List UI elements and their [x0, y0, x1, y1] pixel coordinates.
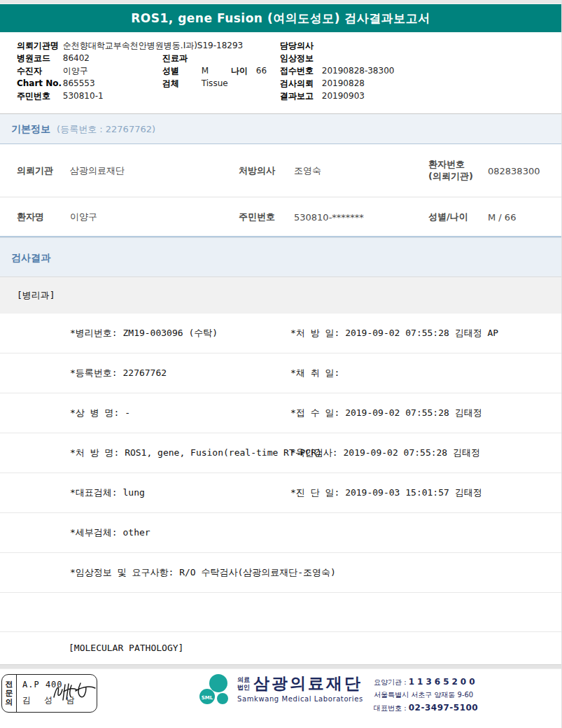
- tel-number: 02-3497-5100: [409, 703, 478, 713]
- physician-value: 조영숙: [294, 164, 321, 177]
- patient-row-2: 환자명 이양구 주민번호 530810-******* 성별/나이 M / 66: [0, 197, 561, 236]
- request-date-label: 검사의뢰: [280, 77, 319, 90]
- receipt-no-label: 접수번호: [280, 64, 319, 77]
- examinee-label: 수진자: [17, 64, 60, 77]
- sex-value: M: [202, 66, 209, 76]
- clinical-info-request: *임상정보 및 요구사항: R/O 수탁검사(삼광의료재단-조영숙): [70, 566, 336, 579]
- patient-row-1: 의뢰기관 삼광의료재단 처방의사 조영숙 환자번호 (의뢰기관) 0828383…: [0, 144, 561, 197]
- rrn-value: 530810-1: [63, 91, 104, 101]
- disease-name: *상 병 명: -: [70, 407, 290, 419]
- requesting-org-label: 의뢰기관: [17, 164, 53, 177]
- report-title: ROS1, gene Fusion (여의도성모) 검사결과보고서: [131, 11, 430, 25]
- footer: 전문의 A.P 400 김 성 남 SML 의료: [0, 669, 561, 719]
- signature-icon: [50, 679, 97, 704]
- sex-label: 성별: [162, 64, 199, 77]
- request-date-value: 20190828: [322, 78, 365, 88]
- department-name: [병리과]: [17, 290, 55, 300]
- org-name-value: 순천향대학교부속천안병원병동.I과)S19-18293: [63, 41, 243, 50]
- specialist-role: 전문의: [2, 675, 17, 712]
- tel-label: 대표번호 :: [374, 704, 407, 712]
- collection-date: *채 취 일:: [290, 367, 339, 379]
- result-row-7: *임상정보 및 요구사항: R/O 수탁검사(삼광의료재단-조영숙): [0, 553, 561, 593]
- id-row-rrn: 주민번호 530810-1: [17, 90, 243, 102]
- result-row-2: *등록번호: 22767762 *채 취 일:: [0, 354, 561, 393]
- patient-name-value: 이양구: [70, 211, 97, 223]
- specimen-label: 검체: [162, 77, 199, 90]
- report-date-value: 20190903: [322, 91, 365, 101]
- molecular-pathology-header: [MOLECULAR PATHOLOGY]: [69, 643, 183, 653]
- org-type: 의료 법인: [237, 676, 250, 691]
- detailed-specimen: *세부검체: other: [70, 526, 290, 539]
- basic-info-title: 기본정보: [11, 123, 50, 134]
- org-name-english: Samkwang Medical Laboratories: [237, 695, 363, 703]
- id-row-sex-age: 성별 M 나이 66: [162, 64, 267, 77]
- result-row-6: *세부검체: other: [0, 513, 561, 553]
- care-org-label: 요양기관 :: [374, 678, 407, 686]
- sml-logo-icon: SML: [199, 673, 232, 711]
- examinee-value: 이양구: [63, 66, 88, 76]
- report-date-label: 결과보고: [280, 90, 319, 102]
- specialist-stamp-box: 전문의 A.P 400 김 성 남: [1, 674, 97, 713]
- patient-no-value: 082838300: [488, 165, 540, 176]
- id-row-department: 진료과: [162, 52, 267, 64]
- sex-age-label: 성별/나이: [428, 211, 468, 223]
- molecular-pathology-header-row: [MOLECULAR PATHOLOGY]: [0, 632, 561, 664]
- id-col-right: 담당의사 임상정보 접수번호 20190828-38300 검사의뢰 20190…: [280, 39, 394, 102]
- result-row-1: *병리번호: ZM19-003096 (수탁) *처 방 일: 2019-09-…: [0, 314, 561, 354]
- footer-divider: [0, 664, 561, 669]
- age-value: 66: [256, 66, 267, 76]
- care-org-number: 11365200: [409, 677, 478, 687]
- address-text: 서울특별시 서초구 양재동 9-60: [374, 691, 473, 699]
- receipt-date: *접 수 일: 2019-09-02 07:55:28 김태정: [290, 407, 482, 419]
- address-row: 서울특별시 서초구 양재동 9-60: [374, 690, 478, 700]
- patient-table: 의뢰기관 삼광의료재단 처방의사 조영숙 환자번호 (의뢰기관) 0828383…: [0, 144, 561, 237]
- result-row-5: *대표검체: lung *진 단 일: 2019-09-03 15:01:57 …: [0, 473, 561, 513]
- physician-label: 처방의사: [239, 164, 275, 177]
- patient-rrn-label: 주민번호: [239, 211, 275, 223]
- org-name-label: 의뢰기관명: [17, 39, 60, 52]
- diagnosis-date: *진 단 일: 2019-09-03 15:01:57 김태정: [290, 486, 482, 499]
- id-row-attending: 담당의사: [280, 39, 394, 52]
- requesting-org-value: 삼광의료재단: [70, 164, 125, 177]
- hospital-code-value: 86402: [63, 53, 90, 63]
- id-row-org: 의뢰기관명 순천향대학교부속천안병원병동.I과)S19-18293: [17, 39, 243, 52]
- id-row-request-date: 검사의뢰 20190828: [280, 77, 394, 90]
- id-col-middle: 진료과 성별 M 나이 66 검체 Tissue: [162, 52, 267, 90]
- sml-logo: SML 의료 법인 삼광의료재단 Samkwang Medical Labora…: [199, 673, 363, 711]
- age-label: 나이: [231, 64, 248, 77]
- id-row-specimen: 검체 Tissue: [162, 77, 267, 90]
- tel-row: 대표번호 : 02-3497-5100: [374, 703, 478, 713]
- report-page: ROS1, gene Fusion (여의도성모) 검사결과보고서 의뢰기관명 …: [0, 0, 562, 728]
- patient-rrn-value: 530810-*******: [294, 211, 364, 222]
- result-row-3: *상 병 명: - *접 수 일: 2019-09-02 07:55:28 김태…: [0, 393, 561, 433]
- department-row: [병리과]: [0, 277, 561, 314]
- gross-exam-date: *육안검사: 2019-09-02 07:55:28 김태정: [290, 447, 480, 459]
- patient-no-label: 환자번호 (의뢰기관): [428, 158, 473, 183]
- basic-info-subtitle: (등록번호 : 22767762): [57, 124, 155, 134]
- id-row-receipt-no: 접수번호 20190828-38300: [280, 64, 394, 77]
- sex-age-value: M / 66: [488, 211, 516, 222]
- result-row-4: *처 방 명: ROS1, gene, Fusion(real-time RT-…: [0, 433, 561, 473]
- specialist-stamp-inner: A.P 400 김 성 남: [17, 675, 97, 712]
- attending-label: 담당의사: [280, 39, 319, 52]
- registration-no: *등록번호: 22767762: [70, 367, 290, 379]
- care-org-row: 요양기관 : 11365200: [374, 677, 478, 687]
- department-label: 진료과: [162, 52, 199, 64]
- basic-info-section-bar: 기본정보 (등록번호 : 22767762): [0, 113, 561, 144]
- logo-text-block: 의료 법인 삼광의료재단 Samkwang Medical Laboratori…: [237, 673, 363, 703]
- receipt-no-value: 20190828-38300: [322, 66, 395, 76]
- chart-no-value: 865553: [63, 78, 95, 88]
- results-title: 검사결과: [11, 252, 50, 263]
- specimen-value: Tissue: [202, 78, 228, 88]
- hospital-code-label: 병원코드: [17, 52, 60, 64]
- id-row-clinical-info: 임상정보: [280, 52, 394, 64]
- representative-specimen: *대표검체: lung: [70, 486, 290, 499]
- svg-text:SML: SML: [202, 695, 213, 701]
- empty-row: [0, 593, 561, 632]
- prescription-date: *처 방 일: 2019-09-02 07:55:28 김태정 AP: [290, 327, 498, 340]
- report-title-bar: ROS1, gene Fusion (여의도성모) 검사결과보고서: [0, 4, 561, 32]
- clinical-info-label: 임상정보: [280, 52, 319, 64]
- id-row-report-date: 결과보고 20190903: [280, 90, 394, 102]
- results-section-bar: 검사결과: [0, 237, 561, 277]
- contact-block: 요양기관 : 11365200 서울특별시 서초구 양재동 9-60 대표번호 …: [374, 677, 478, 716]
